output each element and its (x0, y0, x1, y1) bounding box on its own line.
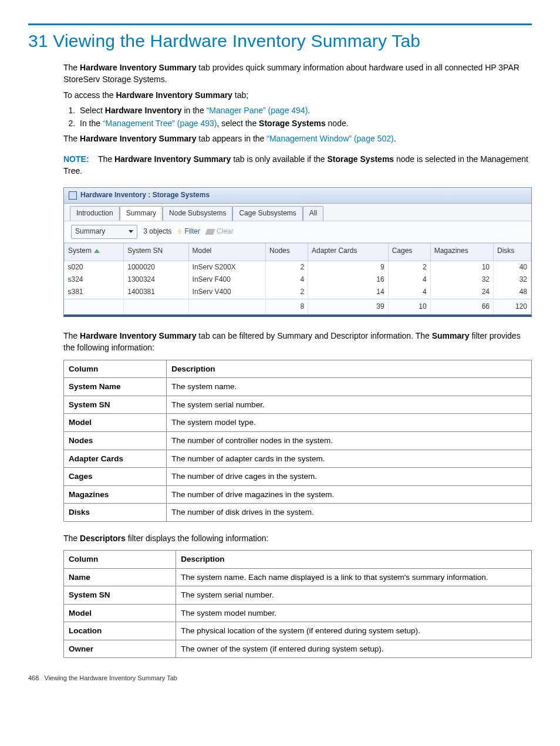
note-label: NOTE: (63, 154, 89, 164)
table-row: DisksThe number of disk drives in the sy… (64, 504, 532, 522)
total-cages: 10 (388, 299, 430, 314)
chevron-down-icon (129, 230, 133, 233)
table-row: Adapter CardsThe number of adapter cards… (64, 450, 532, 468)
table-row: OwnerThe owner of the system (if entered… (64, 640, 532, 658)
col-disks[interactable]: Disks (493, 243, 531, 261)
summary-filter-table: Column Description System NameThe system… (63, 360, 532, 522)
access-steps: Select Hardware Inventory in the “Manage… (63, 104, 532, 130)
objects-count: 3 objects (143, 227, 171, 237)
filter-icon: ⎀ (177, 226, 182, 237)
filter-button[interactable]: ⎀ Filter (177, 226, 200, 237)
page-number: 468 (28, 674, 39, 681)
descriptors-header-description: Description (176, 551, 532, 569)
col-model[interactable]: Model (188, 243, 266, 261)
total-disks: 120 (493, 299, 531, 314)
table-row: System SNThe system serial number. (64, 396, 532, 414)
page-heading: 31 Viewing the Hardware Inventory Summar… (28, 31, 532, 51)
table-row[interactable]: s3241300324InServ F40041643232 (65, 274, 531, 286)
table-row: LocationThe physical location of the sys… (64, 622, 532, 640)
tab-all[interactable]: All (303, 206, 323, 221)
app-window: Hardware Inventory : Storage Systems Int… (63, 187, 532, 317)
app-titlebar: Hardware Inventory : Storage Systems (64, 188, 531, 203)
tab-cage-subsystems[interactable]: Cage Subsystems (232, 206, 302, 221)
col-system-sn[interactable]: System SN (124, 243, 188, 261)
top-rule (28, 23, 532, 25)
link-management-tree[interactable]: “Management Tree” (page 493) (103, 119, 217, 128)
table-row: ModelThe system model number. (64, 604, 532, 622)
footer-title: Viewing the Hardware Inventory Summary T… (45, 674, 177, 681)
summary-header-description: Description (167, 360, 532, 378)
table-row: System NameThe system name. (64, 378, 532, 396)
col-adapter-cards[interactable]: Adapter Cards (308, 243, 389, 261)
note-paragraph: NOTE: The Hardware Inventory Summary tab… (63, 153, 532, 177)
intro-paragraph: The Hardware Inventory Summary tab provi… (63, 62, 532, 86)
link-management-window[interactable]: “Management Window” (page 502) (266, 134, 393, 143)
descriptors-intro: The Descriptors filter displays the foll… (63, 532, 532, 544)
summary-header-column: Column (64, 360, 167, 378)
total-mag: 66 (430, 299, 493, 314)
app-tabs: Introduction Summary Node Subsystems Cag… (64, 204, 531, 221)
tab-introduction[interactable]: Introduction (70, 206, 120, 221)
clear-button[interactable]: Clear (206, 227, 234, 237)
window-icon (69, 191, 77, 200)
table-row: NodesThe number of controller nodes in t… (64, 431, 532, 450)
table-row: NameThe system name. Each name displayed… (64, 568, 532, 586)
sort-asc-icon (94, 249, 100, 253)
table-row: MagazinesThe number of drive magazines i… (64, 485, 532, 504)
appears-line: The Hardware Inventory Summary tab appea… (63, 133, 532, 144)
link-manager-pane[interactable]: “Manager Pane” (page 494) (207, 106, 308, 115)
col-system[interactable]: System (65, 243, 124, 261)
table-row[interactable]: s0201000020InServ S200X2921040 (65, 261, 531, 274)
tab-summary[interactable]: Summary (120, 206, 163, 221)
inventory-grid: System System SN Model Nodes Adapter Car… (64, 243, 531, 315)
dropdown-value: Summary (75, 227, 105, 237)
table-row: System SNThe system serial number. (64, 586, 532, 605)
descriptors-header-column: Column (64, 551, 176, 569)
step-1: Select Hardware Inventory in the “Manage… (77, 104, 532, 116)
filter-dropdown[interactable]: Summary (71, 225, 137, 238)
app-toolbar: Summary 3 objects ⎀ Filter Clear (64, 221, 531, 242)
table-row: CagesThe number of drive cages in the sy… (64, 468, 532, 486)
col-magazines[interactable]: Magazines (430, 243, 493, 261)
table-row: ModelThe system model type. (64, 414, 532, 432)
col-cages[interactable]: Cages (388, 243, 430, 261)
page-footer: 468 Viewing the Hardware Inventory Summa… (28, 674, 532, 681)
col-nodes[interactable]: Nodes (266, 243, 308, 261)
total-nodes: 8 (266, 299, 308, 314)
filter-intro: The Hardware Inventory Summary tab can b… (63, 330, 532, 354)
total-adapter: 39 (308, 299, 389, 314)
table-row[interactable]: s3811400381InServ V40021442448 (65, 286, 531, 299)
clear-icon (205, 229, 215, 235)
step-2: In the “Management Tree” (page 493), sel… (77, 117, 532, 129)
totals-row: 8 39 10 66 120 (65, 299, 531, 314)
access-line: To access the Hardware Inventory Summary… (63, 89, 532, 101)
tab-node-subsystems[interactable]: Node Subsystems (163, 206, 232, 221)
app-title: Hardware Inventory : Storage Systems (80, 190, 210, 200)
descriptors-filter-table: Column Description NameThe system name. … (63, 550, 532, 658)
